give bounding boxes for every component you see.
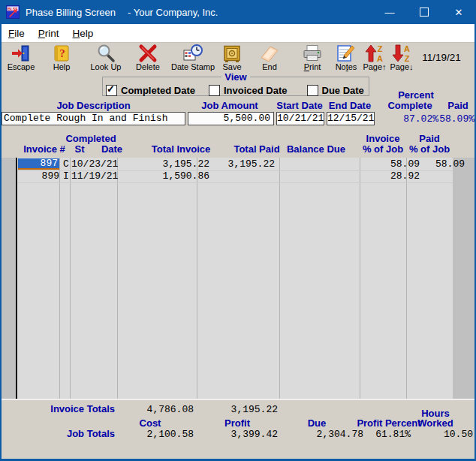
close-button[interactable]: ✕ — [441, 0, 476, 24]
end-label: End — [252, 63, 287, 71]
menu-file[interactable]: File — [2, 28, 32, 39]
percent-complete-value: 87.02% — [375, 113, 438, 125]
invoice-total-value: 4,786.08 — [119, 404, 194, 415]
app-icon: BLSS — [6, 5, 20, 19]
cell-completed-date: 10/23/21 — [71, 158, 118, 170]
close-icon: ✕ — [455, 7, 463, 18]
cost-value: 2,100.58 — [119, 429, 194, 440]
menu-bar: File Print Help — [2, 24, 474, 42]
toolbar: Escape ? Help Look Up Delete — [2, 42, 474, 74]
safe-icon — [222, 44, 242, 63]
cell-total-paid: 3,195.22 — [200, 158, 275, 170]
notepad-icon — [336, 44, 356, 63]
percent-complete-label: Complete — [378, 101, 441, 111]
cell-total-invoice: 1,590.86 — [134, 170, 209, 182]
page-up-button[interactable]: Z A Page↑ — [360, 44, 389, 72]
menu-help[interactable]: Help — [66, 28, 101, 39]
col-sep-date-totalinvoice — [117, 158, 118, 399]
end-button[interactable]: End — [252, 44, 287, 72]
printer-icon — [303, 44, 322, 63]
menu-print[interactable]: Print — [32, 28, 66, 39]
grid-right-gutter[interactable] — [453, 158, 474, 399]
completed-date-label: Completed Date — [121, 85, 195, 96]
cell-invoice-number: 899 — [19, 170, 59, 182]
notes-button[interactable]: Notes — [330, 44, 363, 72]
invoiced-date-label: Invoiced Date — [224, 85, 288, 96]
profit-value: 3,399.42 — [203, 429, 278, 440]
col-sep-invoicepct-paidpct — [406, 158, 407, 399]
col-sep-totalpaid-balancedue — [279, 158, 280, 399]
paid-total-value: 3,195.22 — [203, 404, 278, 415]
cell-paid-pct: 58.09 — [390, 158, 465, 170]
help-label: Help — [44, 63, 80, 71]
cell-status: C — [62, 158, 71, 170]
percent-paid-label: Paid — [441, 101, 474, 111]
worked-label: Worked — [409, 418, 462, 429]
job-amount-field[interactable]: 5,500.00 — [188, 112, 274, 125]
cell-total-invoice: 3,195.22 — [134, 158, 209, 170]
lookup-button[interactable]: Look Up — [84, 44, 128, 72]
header-st: St — [69, 144, 90, 155]
page-down-button[interactable]: A Z Page↓ — [387, 44, 416, 72]
maximize-button[interactable] — [407, 0, 441, 24]
invoice-grid: 897 C 10/23/21 3,195.22 3,195.22 58.09 5… — [2, 158, 474, 400]
col-sep-st-date — [70, 158, 71, 399]
svg-text:Z: Z — [378, 44, 383, 53]
minimize-button[interactable]: — — [372, 0, 407, 24]
cell-status: I — [62, 170, 71, 182]
calendar-clock-icon — [183, 44, 203, 63]
due-date-label: Due Date — [322, 85, 364, 96]
header-date: Date — [89, 144, 134, 155]
view-group: View Completed Date Invoiced Date Due Da… — [102, 71, 369, 96]
cell-completed-date: 11/19/21 — [71, 170, 118, 182]
view-group-title: View — [221, 71, 249, 83]
help-button[interactable]: ? Help — [44, 44, 80, 72]
window-title: Phase Billing Screen — [26, 7, 116, 18]
start-date-field[interactable]: 10/21/21 — [276, 112, 324, 125]
page-down-icon: A Z — [392, 44, 411, 63]
escape-door-icon — [11, 44, 31, 63]
help-book-icon: ? — [52, 44, 71, 63]
magnifier-icon — [96, 44, 116, 63]
job-amount-label: Job Amount — [188, 101, 272, 111]
red-x-icon — [138, 44, 158, 63]
date-stamp-label: Date Stamp — [168, 63, 218, 71]
end-date-field[interactable]: 12/15/21 — [327, 112, 375, 125]
print-button[interactable]: Print — [294, 44, 330, 72]
svg-text:?: ? — [59, 47, 65, 59]
job-totals-label: Job Totals — [25, 429, 115, 439]
grid-left-gutter — [2, 158, 16, 399]
envelope-icon — [260, 44, 279, 63]
invoiced-date-checkbox[interactable] — [209, 85, 220, 96]
job-description-field[interactable]: Complete Rough In and Finish — [2, 112, 185, 125]
title-bar: BLSS Phase Billing Screen - Your Company… — [0, 0, 476, 24]
date-stamp-button[interactable]: Date Stamp — [168, 44, 218, 72]
start-date-label: Start Date — [275, 101, 324, 111]
job-description-label: Job Description — [2, 101, 185, 111]
delete-button[interactable]: Delete — [129, 44, 167, 72]
print-label: Print — [294, 63, 330, 71]
profit-label: Profit — [214, 418, 261, 429]
page-up-label: Page↑ — [360, 63, 389, 71]
invoice-totals-label: Invoice Totals — [25, 404, 115, 414]
completed-date-checkbox[interactable] — [106, 85, 117, 96]
lookup-label: Look Up — [84, 63, 128, 71]
invoice-row[interactable]: 897 C 10/23/21 3,195.22 3,195.22 58.09 5… — [17, 158, 453, 171]
save-label: Save — [215, 63, 249, 71]
grid-left-edge — [16, 158, 17, 399]
due-date-checkbox[interactable] — [307, 85, 318, 96]
percent-label: Percent — [381, 90, 450, 101]
invoice-row[interactable]: 899 I 11/19/21 1,590.86 28.92 — [17, 170, 453, 183]
cell-invoice-number-selected[interactable]: 897 — [18, 158, 59, 170]
escape-label: Escape — [3, 63, 39, 71]
page-down-label: Page↓ — [387, 63, 416, 71]
save-button[interactable]: Save — [215, 44, 249, 72]
svg-text:A: A — [404, 44, 410, 53]
escape-button[interactable]: Escape — [3, 44, 39, 72]
minimize-icon: — — [385, 7, 395, 18]
header-balance-due: Balance Due — [279, 144, 354, 155]
window-subtitle: - Your Company, Inc. — [128, 7, 218, 18]
cost-label: Cost — [128, 418, 173, 429]
current-date: 11/19/21 — [413, 52, 470, 63]
col-sep-invoice-st — [59, 158, 60, 399]
